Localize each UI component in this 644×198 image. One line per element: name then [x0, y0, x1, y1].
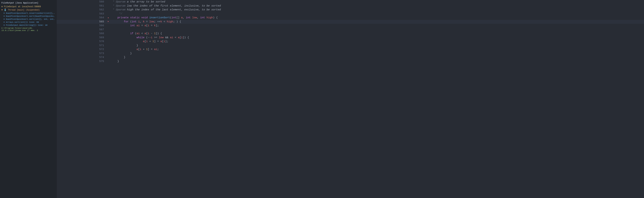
thread-item[interactable]: ▼ 🧵 Thread [main] (Suspended)	[0, 8, 56, 12]
app-title: FileOutput [Java Application]	[0, 1, 56, 5]
line-marker	[107, 4, 110, 8]
stack-frame-0[interactable]: ≡ DualPivotQuicksort.insertionSort(int[]…	[0, 12, 56, 15]
line-number: 565	[56, 20, 107, 24]
line-marker	[107, 48, 110, 52]
table-row: 562 * @param high the index of the last …	[56, 8, 644, 12]
process-icon: ⚙	[2, 5, 3, 8]
code-table: 560 * @param a the array to be sorted 56…	[56, 0, 644, 63]
line-number: 563	[56, 12, 107, 16]
line-marker	[107, 40, 110, 44]
line-marker	[107, 24, 110, 28]
table-row: 575 }	[56, 60, 644, 64]
line-marker	[107, 60, 110, 64]
table-row: 569 while (--i >= low && ai < a[i]) {	[56, 36, 644, 40]
table-row: 571 }	[56, 44, 644, 48]
table-row: 570 a[i + 1] = a[i];	[56, 40, 644, 44]
table-row: 566 int ai = a[i = k];	[56, 24, 644, 28]
stack-icon: ≡	[4, 21, 5, 23]
vm-item: C:\Program Files\Java\jdk-15.0.1\bin\jav…	[0, 27, 56, 32]
debug-arrow-icon: ➤	[108, 20, 109, 23]
line-marker	[107, 32, 110, 36]
stack-icon: ≡	[4, 12, 5, 14]
line-number: 574	[56, 56, 107, 60]
table-row-current: 565 ➤ for (int i, k = low; ++k < high; )…	[56, 20, 644, 24]
table-row: 564 ● private static void insertionSort(…	[56, 16, 644, 20]
line-content: while (--i >= low && ai < a[i]) {	[110, 36, 644, 40]
line-marker	[107, 56, 110, 60]
process-item[interactable]: ⚙ FileOutput at localhost:58089	[0, 5, 56, 8]
line-content: * @param low the index of the first elem…	[110, 4, 644, 8]
line-marker	[107, 12, 110, 16]
line-marker: ●	[107, 16, 110, 20]
table-row: 560 * @param a the array to be sorted	[56, 0, 644, 4]
stack-icon: ≡	[4, 18, 5, 20]
line-number: 568	[56, 32, 107, 36]
breakpoint-marker[interactable]: ●	[108, 17, 109, 19]
stack-frame-3[interactable]: ≡ Arrays.sort(int[]) line: 99	[0, 21, 56, 24]
table-row: 563 */	[56, 12, 644, 16]
line-number: 570	[56, 40, 107, 44]
line-content: if (ai < a[i - 1]) {	[110, 32, 644, 36]
line-content	[110, 28, 644, 32]
line-marker	[107, 0, 110, 4]
line-number: 571	[56, 44, 107, 48]
line-number: 560	[56, 0, 107, 4]
line-number: 566	[56, 24, 107, 28]
sidebar: FileOutput [Java Application] ⚙ FileOutp…	[0, 0, 56, 198]
line-number: 569	[56, 36, 107, 40]
stack-icon: ≡	[4, 15, 5, 17]
line-content: a[i + 1] = a[i];	[110, 40, 644, 44]
line-marker: ➤	[107, 20, 110, 24]
stack-frame-2[interactable]: ≡ DualPivotQuicksort.sort(int[], int, in…	[0, 18, 56, 21]
line-marker	[107, 36, 110, 40]
line-number: 573	[56, 52, 107, 56]
line-marker	[107, 28, 110, 32]
line-content: private static void insertionSort(int[] …	[110, 16, 644, 20]
line-number: 567	[56, 28, 107, 32]
line-marker	[107, 8, 110, 12]
line-content: }	[110, 44, 644, 48]
line-number: 562	[56, 8, 107, 12]
stack-frame-4[interactable]: ≡ FileOutput.main(String[]) line: 10	[0, 24, 56, 27]
thread-icon: ▼ 🧵	[2, 9, 6, 11]
line-content: }	[110, 56, 644, 60]
line-number: 564	[56, 16, 107, 20]
table-row: 567	[56, 28, 644, 32]
stack-icon: ≡	[4, 24, 5, 26]
line-number: 575	[56, 60, 107, 64]
line-content: */	[110, 12, 644, 16]
table-row: 572 a[i + 1] = ai;	[56, 48, 644, 52]
stack-frame-1[interactable]: ≡ DualPivotQuicksort.sort(DualPivotQuick…	[0, 15, 56, 18]
line-content: * @param a the array to be sorted	[110, 0, 644, 4]
line-content: }	[110, 52, 644, 56]
table-row: 573 }	[56, 52, 644, 56]
line-content: }	[110, 60, 644, 64]
line-number: 572	[56, 48, 107, 52]
table-row: 574 }	[56, 56, 644, 60]
line-content: int ai = a[i = k];	[110, 24, 644, 28]
table-row: 561 * @param low the index of the first …	[56, 4, 644, 8]
line-marker	[107, 52, 110, 56]
line-marker	[107, 44, 110, 48]
code-panel[interactable]: 560 * @param a the array to be sorted 56…	[56, 0, 644, 198]
table-row: 568 if (ai < a[i - 1]) {	[56, 32, 644, 36]
line-content: a[i + 1] = ai;	[110, 48, 644, 52]
line-content: for (int i, k = low; ++k < high; ) {	[110, 20, 644, 24]
line-content: * @param high the index of the last elem…	[110, 8, 644, 12]
line-number: 561	[56, 4, 107, 8]
